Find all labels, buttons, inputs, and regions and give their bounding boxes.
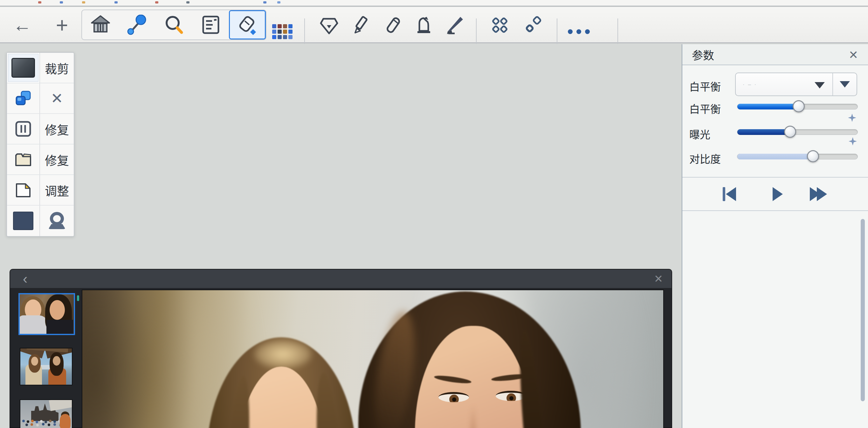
list-document-icon <box>200 15 221 35</box>
ink-nib-tool-button[interactable] <box>410 11 437 39</box>
params-panel: 参数 ✕ 白平衡 · – · 白平衡 曝光 对比度 <box>682 44 868 428</box>
collapse-chevron-icon[interactable]: ‹ <box>17 270 33 287</box>
skip-to-start-button[interactable] <box>720 187 739 202</box>
brush-icon <box>444 15 464 35</box>
params-title: 参数 <box>692 47 714 63</box>
slider-fill <box>737 154 813 160</box>
titlebar-remnant <box>155 1 158 3</box>
photo-editor-window: ← + <box>0 0 868 428</box>
play-button[interactable] <box>771 187 784 202</box>
marker-gem-icon <box>319 15 339 35</box>
sparkle-icon[interactable] <box>848 137 857 145</box>
repair-label[interactable]: 修复 <box>40 144 74 175</box>
toolbar-divider <box>557 19 557 44</box>
white-balance-combo-value[interactable]: · – · <box>736 73 833 95</box>
fast-forward-button[interactable] <box>807 187 830 202</box>
exposure-slider[interactable] <box>737 129 858 135</box>
four-diamonds-tool-button[interactable] <box>486 11 514 39</box>
pencil-tool-button[interactable] <box>348 11 375 39</box>
titlebar-remnant <box>263 1 267 3</box>
home-tool-button[interactable] <box>82 10 119 39</box>
playback-controls <box>682 178 868 210</box>
thumbnail-scroll-indicator <box>77 295 79 301</box>
contrast-slider-label: 对比度 <box>689 151 721 166</box>
filmstrip-panel: ‹ ✕ <box>9 269 672 428</box>
skip-to-start-icon <box>723 187 725 201</box>
list-document-tool-button[interactable] <box>192 10 229 39</box>
magnifier-tool-button[interactable] <box>155 10 192 39</box>
eraser-stick-icon <box>383 15 403 35</box>
titlebar-remnant <box>82 1 85 3</box>
sparkle-icon[interactable] <box>848 114 856 122</box>
crop-label[interactable]: 裁剪 <box>40 53 74 83</box>
eraser-tool-button[interactable] <box>229 10 266 39</box>
photo-two-women <box>82 290 663 428</box>
left-woman <box>207 337 356 428</box>
marker-gem-tool-button[interactable] <box>315 11 343 39</box>
white-balance-combo[interactable]: · – · <box>735 73 857 96</box>
white-balance-dropdown-button[interactable] <box>833 73 857 95</box>
four-diamonds-icon <box>490 15 510 35</box>
columns-square-button[interactable] <box>7 114 40 144</box>
toolbar-divider <box>617 19 618 44</box>
navy-swatch-button[interactable] <box>7 205 40 236</box>
thumbnail-pergola-pair[interactable] <box>20 348 72 386</box>
pencil-icon <box>351 15 372 35</box>
toolbar-divider <box>304 19 305 44</box>
titlebar-remnant <box>60 1 63 3</box>
puzzle-button[interactable] <box>7 83 40 114</box>
slider-fill <box>737 104 799 110</box>
ellipsis-icon[interactable] <box>568 29 590 34</box>
person-button[interactable] <box>40 205 74 236</box>
white-balance-combo-label: 白平衡 <box>689 79 721 94</box>
thumbnail-portrait-pair[interactable] <box>19 293 75 335</box>
contrast-slider[interactable] <box>737 154 858 160</box>
ink-nib-icon <box>414 15 434 35</box>
chevron-down-icon <box>840 81 850 87</box>
panel-separator <box>682 210 868 211</box>
exposure-slider-label: 曝光 <box>689 126 710 142</box>
slider-fill <box>737 129 790 135</box>
adjust-label[interactable]: 调整 <box>40 175 74 205</box>
folder-button[interactable] <box>7 144 40 175</box>
slider-handle[interactable] <box>784 126 796 138</box>
slider-handle[interactable] <box>807 150 819 162</box>
main-toolbar: ← + <box>0 7 868 43</box>
titlebar-strip <box>0 0 868 6</box>
page-fold-button[interactable] <box>7 175 40 205</box>
two-diamonds-tool-button[interactable] <box>520 11 547 39</box>
deselect-button[interactable]: ✕ <box>40 83 74 114</box>
titlebar-remnant <box>38 1 41 3</box>
params-header: 参数 ✕ <box>682 44 868 65</box>
filmstrip-close-button[interactable]: ✕ <box>651 272 666 285</box>
add-button[interactable]: + <box>48 11 76 39</box>
chevron-down-icon <box>814 82 825 88</box>
thumbnail-castle-crowd[interactable] <box>20 399 72 428</box>
panel-scrollbar-thumb[interactable] <box>861 219 865 401</box>
mosaic-grid-icon[interactable] <box>272 24 292 39</box>
crop-swatch-button[interactable] <box>7 53 40 83</box>
repair-label[interactable]: 修复 <box>40 114 74 144</box>
close-x-icon: ✕ <box>51 90 63 107</box>
thumbnail-image <box>20 348 72 385</box>
params-close-button[interactable]: ✕ <box>846 49 860 61</box>
brush-tool-button[interactable] <box>440 11 468 39</box>
combo-placeholder: · – · <box>743 82 757 88</box>
person-icon <box>48 212 66 230</box>
thumbnail-image <box>20 400 72 428</box>
filmstrip-header: ‹ ✕ <box>10 269 672 288</box>
white-balance-slider[interactable] <box>737 104 858 110</box>
magnifier-icon <box>164 15 184 35</box>
tool-palette: 裁剪 ✕ 修复 <box>6 52 74 237</box>
eraser-stick-tool-button[interactable] <box>380 11 407 39</box>
play-icon <box>773 187 783 201</box>
puzzle-icon <box>14 89 33 108</box>
home-icon <box>90 15 111 35</box>
columns-square-icon <box>14 119 33 138</box>
thumbnail-image <box>20 294 74 334</box>
page-fold-icon <box>13 180 33 200</box>
crop-swatch-icon <box>11 58 35 78</box>
slider-handle[interactable] <box>793 100 805 112</box>
node-link-tool-button[interactable] <box>119 10 156 39</box>
back-button[interactable]: ← <box>8 11 36 39</box>
